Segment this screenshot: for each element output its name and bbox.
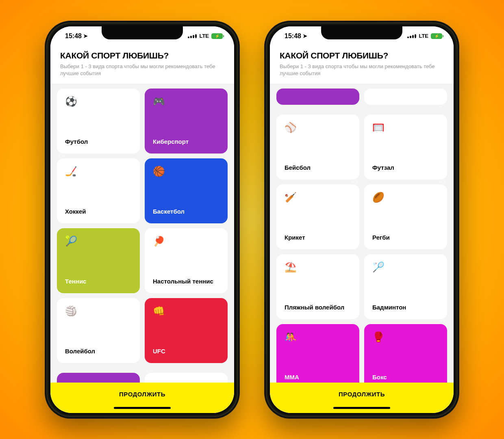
page-subtitle: Выбери 1 - 3 вида спорта чтобы мы могли … (60, 63, 224, 77)
page-header: КАКОЙ СПОРТ ЛЮБИШЬ? Выбери 1 - 3 вида сп… (50, 46, 234, 84)
sport-label: Настольный теннис (153, 278, 219, 285)
continue-label: ПРОДОЛЖИТЬ (119, 391, 165, 398)
sport-icon: 🎾 (65, 236, 132, 246)
network-label: LTE (419, 33, 428, 39)
sport-card[interactable]: ⛱️Пляжный волейбол (276, 254, 359, 319)
signal-icon (407, 34, 416, 38)
sport-card[interactable]: 👊UFC (145, 298, 228, 363)
page-subtitle: Выбери 1 - 3 вида спорта чтобы мы могли … (280, 63, 444, 77)
home-indicator (114, 407, 171, 409)
location-icon: ➤ (303, 33, 307, 39)
sport-icon: 👊 (153, 306, 219, 316)
sport-card[interactable]: ⚾Бейсбол (276, 115, 359, 179)
sport-card[interactable]: 🏏Крикет (276, 184, 359, 249)
sport-label: Бокс (372, 374, 439, 381)
sport-card[interactable]: 🏸Бадминтон (364, 254, 447, 319)
sport-label: Крикет (285, 234, 351, 241)
sport-label: Баскетбол (153, 208, 219, 215)
continue-label: ПРОДОЛЖИТЬ (339, 391, 385, 398)
sport-card[interactable] (145, 373, 228, 383)
sport-label: Хоккей (65, 208, 132, 215)
battery-icon: ⚡ (211, 33, 223, 39)
sport-label: Теннис (65, 278, 132, 285)
sport-card[interactable] (276, 89, 359, 105)
sport-icon: 🏉 (372, 192, 439, 202)
sport-icon: ⚾ (285, 123, 351, 132)
sport-label: Футзал (372, 164, 439, 171)
sport-label: Бадминтон (372, 304, 439, 311)
sport-card[interactable]: 🤼MMA (276, 324, 359, 383)
sport-card[interactable]: 🏒Хоккей (57, 158, 140, 223)
sport-card[interactable]: 🎮Киберспорт (145, 89, 228, 154)
page-title: КАКОЙ СПОРТ ЛЮБИШЬ? (280, 51, 444, 61)
location-icon: ➤ (83, 33, 88, 39)
sport-label: Футбол (65, 138, 132, 145)
page-title: КАКОЙ СПОРТ ЛЮБИШЬ? (60, 51, 224, 61)
sport-icon: 🏐 (65, 306, 132, 316)
phone-mockup-left: 15:48 ➤ LTE ⚡ КАКОЙ СПОРТ ЛЮБИШЬ? Выбери… (45, 21, 240, 419)
sport-label: Бейсбол (285, 164, 351, 171)
sport-label: Волейбол (65, 348, 132, 355)
network-label: LTE (199, 33, 209, 39)
sport-card[interactable]: 🏀Баскетбол (145, 158, 228, 223)
sport-label: Пляжный волейбол (285, 304, 351, 311)
sport-card[interactable]: 🏐Волейбол (57, 298, 140, 363)
sport-icon: 🥅 (372, 123, 439, 132)
sport-card[interactable]: ⚽Футбол (57, 89, 140, 154)
battery-icon: ⚡ (431, 33, 442, 39)
sport-card[interactable]: 🏉Регби (364, 184, 447, 249)
home-indicator (333, 407, 390, 409)
sport-icon: 🏸 (372, 262, 439, 272)
phone-mockup-right: 15:48 ➤ LTE ⚡ КАКОЙ СПОРТ ЛЮБИШЬ? Выбери… (264, 21, 459, 419)
sport-icon: 🏒 (65, 167, 132, 176)
sport-card[interactable]: 🥅Футзал (364, 115, 447, 179)
sport-scroll-area[interactable]: ⚽Футбол🎮Киберспорт🏒Хоккей🏀Баскетбол🎾Тенн… (50, 84, 234, 383)
sport-card[interactable] (57, 373, 140, 383)
sport-icon: 🤼 (285, 332, 351, 342)
sport-label: Регби (372, 234, 439, 241)
sport-icon: ⚽ (65, 97, 132, 106)
sport-icon: 🎮 (153, 97, 219, 106)
sport-card[interactable]: 🏓Настольный теннис (145, 228, 228, 293)
sport-card[interactable]: 🎾Теннис (57, 228, 140, 293)
page-header: КАКОЙ СПОРТ ЛЮБИШЬ? Выбери 1 - 3 вида сп… (270, 46, 454, 84)
sport-label: UFC (153, 348, 219, 355)
sport-label: MMA (285, 374, 351, 381)
sport-label: Киберспорт (153, 138, 219, 145)
sport-icon: 🥊 (372, 332, 439, 342)
signal-icon (188, 34, 197, 38)
sport-scroll-area[interactable]: ⚾Бейсбол🥅Футзал🏏Крикет🏉Регби⛱️Пляжный во… (270, 84, 454, 383)
sport-card[interactable] (364, 89, 447, 105)
device-notch (102, 26, 183, 39)
sport-icon: 🏀 (153, 167, 219, 176)
sport-icon: ⛱️ (285, 262, 351, 272)
sport-icon: 🏏 (285, 192, 351, 202)
status-time: 15:48 (285, 32, 301, 40)
sport-icon: 🏓 (153, 236, 219, 246)
device-notch (321, 26, 402, 39)
sport-card[interactable]: 🥊Бокс (364, 324, 447, 383)
status-time: 15:48 (65, 32, 82, 40)
